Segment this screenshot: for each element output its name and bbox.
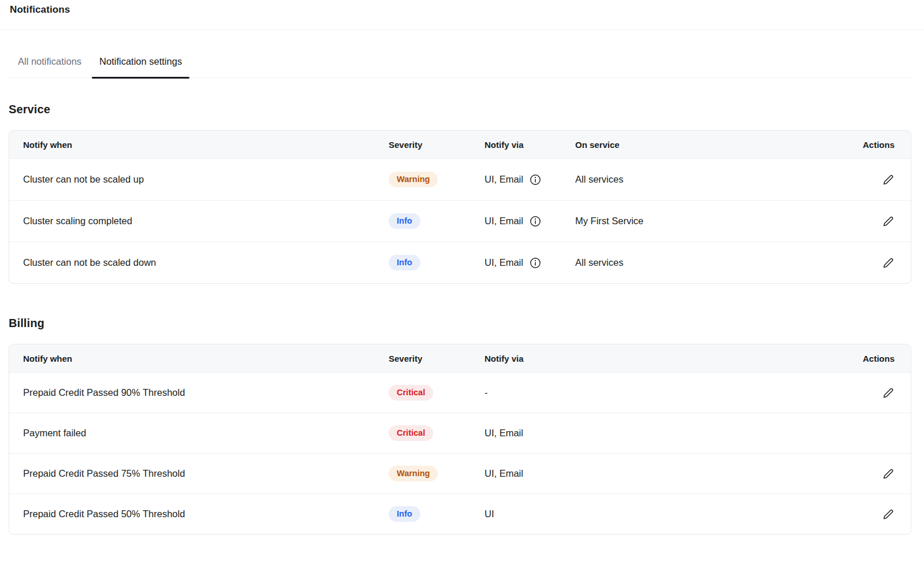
- table-row: Cluster can not be scaled down Info UI, …: [9, 242, 911, 283]
- edit-notification-button[interactable]: [882, 467, 895, 480]
- severity-cell: Warning: [389, 172, 485, 187]
- severity-badge: Info: [389, 213, 420, 229]
- notify-via-value: UI: [485, 509, 494, 520]
- table-row: Prepaid Credit Passed 75% Threshold Warn…: [9, 453, 911, 494]
- column-header-actions: Actions: [862, 140, 895, 150]
- notify-via-cell: -: [485, 387, 862, 398]
- notify-via-value: -: [485, 387, 488, 398]
- notify-when-cell: Cluster can not be scaled down: [23, 257, 389, 268]
- table-row: Prepaid Credit Passed 50% Threshold Info…: [9, 494, 911, 534]
- billing-section: Billing Notify when Severity Notify via …: [9, 317, 912, 535]
- table-row: Prepaid Credit Passed 90% Threshold Crit…: [9, 372, 911, 413]
- severity-cell: Warning: [389, 466, 485, 481]
- edit-notification-button[interactable]: [882, 257, 895, 269]
- actions-cell: [882, 173, 895, 185]
- severity-badge: Info: [389, 506, 420, 522]
- edit-notification-button[interactable]: [882, 215, 895, 227]
- notify-via-cell: UI, Email: [485, 428, 862, 439]
- column-header-actions: Actions: [862, 354, 895, 363]
- on-service-cell: All services: [575, 257, 862, 268]
- table-body: Prepaid Credit Passed 90% Threshold Crit…: [9, 372, 911, 534]
- service-section: Service Notify when Severity Notify via …: [9, 103, 912, 284]
- column-header-notify-via: Notify via: [485, 354, 862, 363]
- service-notifications-table: Notify when Severity Notify via On servi…: [9, 130, 911, 284]
- table-row: Payment failed Critical UI, Email: [9, 413, 911, 453]
- table-header: Notify when Severity Notify via On servi…: [9, 131, 911, 158]
- notify-via-cell: UI, Email: [485, 216, 575, 227]
- column-header-on-service: On service: [575, 140, 862, 150]
- billing-section-heading: Billing: [9, 317, 912, 330]
- notify-via-value: UI, Email: [485, 468, 523, 479]
- severity-cell: Info: [389, 213, 485, 229]
- notify-when-cell: Prepaid Credit Passed 75% Threshold: [23, 468, 389, 479]
- table-body: Cluster can not be scaled up Warning UI,…: [9, 158, 911, 283]
- notify-via-cell: UI, Email: [485, 257, 575, 269]
- table-header: Notify when Severity Notify via Actions: [9, 344, 911, 372]
- tab-notification-settings[interactable]: Notification settings: [92, 51, 189, 77]
- actions-cell: [882, 387, 895, 399]
- actions-cell: [882, 215, 895, 227]
- notify-when-cell: Prepaid Credit Passed 50% Threshold: [23, 509, 389, 520]
- notify-via-value: UI, Email: [485, 216, 523, 227]
- actions-cell: [882, 257, 895, 269]
- severity-cell: Critical: [389, 425, 485, 441]
- severity-badge: Critical: [389, 425, 433, 441]
- notify-when-cell: Cluster can not be scaled up: [23, 174, 389, 185]
- actions-cell: [882, 467, 895, 480]
- page-header: Notifications: [0, 0, 924, 30]
- table-row: Cluster scaling completed Info UI, Email…: [9, 200, 911, 242]
- severity-cell: Info: [389, 255, 485, 270]
- actions-cell: [882, 508, 895, 520]
- severity-badge: Info: [389, 255, 420, 270]
- on-service-cell: All services: [575, 174, 862, 185]
- column-header-notify-via: Notify via: [485, 140, 575, 150]
- notify-when-cell: Payment failed: [23, 428, 389, 439]
- severity-badge: Warning: [389, 466, 438, 481]
- info-circle-icon[interactable]: [530, 257, 541, 269]
- table-row: Cluster can not be scaled up Warning UI,…: [9, 158, 911, 200]
- edit-notification-button[interactable]: [882, 508, 895, 520]
- info-circle-icon[interactable]: [530, 174, 541, 185]
- severity-cell: Info: [389, 506, 485, 522]
- notify-via-cell: UI, Email: [485, 174, 575, 185]
- severity-cell: Critical: [389, 385, 485, 400]
- page-title: Notifications: [10, 4, 914, 16]
- severity-badge: Critical: [389, 385, 433, 400]
- column-header-notify-when: Notify when: [23, 140, 389, 150]
- service-section-heading: Service: [9, 103, 912, 116]
- billing-notifications-table: Notify when Severity Notify via Actions …: [9, 344, 911, 535]
- notify-via-cell: UI, Email: [485, 468, 862, 479]
- on-service-cell: My First Service: [575, 216, 862, 227]
- edit-notification-button[interactable]: [882, 173, 895, 185]
- edit-notification-button[interactable]: [882, 387, 895, 399]
- notify-via-value: UI, Email: [485, 428, 523, 439]
- notifications-tab-bar: All notifications Notification settings: [9, 51, 912, 78]
- notify-via-value: UI, Email: [485, 174, 523, 185]
- notify-when-cell: Cluster scaling completed: [23, 216, 389, 227]
- column-header-severity: Severity: [389, 140, 485, 150]
- tab-all-notifications[interactable]: All notifications: [10, 51, 89, 77]
- column-header-severity: Severity: [389, 354, 485, 363]
- severity-badge: Warning: [389, 172, 438, 187]
- notify-via-cell: UI: [485, 509, 862, 520]
- column-header-notify-when: Notify when: [23, 354, 389, 363]
- notify-via-value: UI, Email: [485, 257, 523, 268]
- content-area: All notifications Notification settings …: [0, 51, 924, 552]
- notify-when-cell: Prepaid Credit Passed 90% Threshold: [23, 387, 389, 398]
- info-circle-icon[interactable]: [530, 216, 541, 227]
